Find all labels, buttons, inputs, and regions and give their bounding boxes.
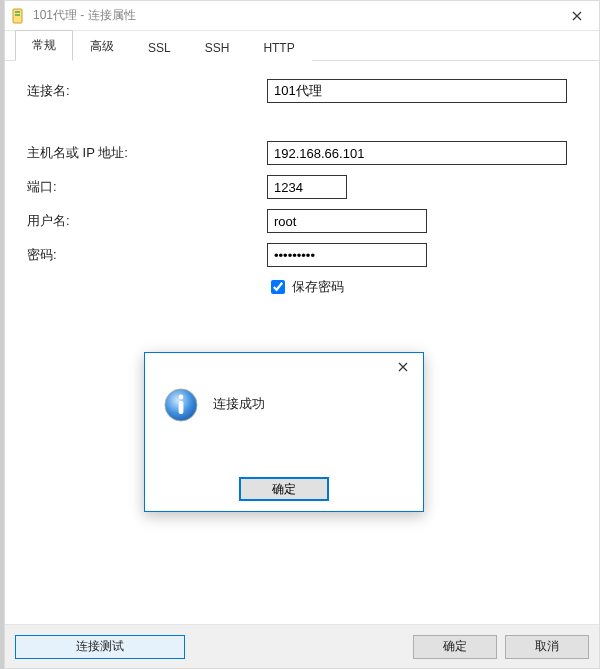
tab-http[interactable]: HTTP	[246, 34, 311, 61]
port-label: 端口:	[27, 178, 267, 196]
svg-rect-2	[15, 14, 20, 16]
message-dialog: 连接成功 确定	[144, 352, 424, 512]
port-input[interactable]	[267, 175, 347, 199]
dialog-ok-button[interactable]: 确定	[239, 477, 329, 501]
tab-general[interactable]: 常规	[15, 30, 73, 61]
save-password-checkbox[interactable]	[271, 280, 285, 294]
svg-point-4	[179, 395, 184, 400]
window-title: 101代理 - 连接属性	[33, 7, 554, 24]
app-icon	[11, 8, 27, 24]
test-connection-button[interactable]: 连接测试	[15, 635, 185, 659]
info-icon	[163, 387, 199, 423]
dialog-close-button[interactable]	[383, 353, 423, 381]
ok-button[interactable]: 确定	[413, 635, 497, 659]
save-password-label: 保存密码	[292, 278, 344, 296]
svg-rect-5	[179, 401, 184, 414]
form-area: 连接名: 主机名或 IP 地址: 端口: 用户名: 密码: 保存密码	[5, 61, 599, 624]
password-label: 密码:	[27, 246, 267, 264]
connection-name-label: 连接名:	[27, 82, 267, 100]
tab-advanced[interactable]: 高级	[73, 31, 131, 61]
password-input[interactable]	[267, 243, 427, 267]
user-input[interactable]	[267, 209, 427, 233]
tab-ssh[interactable]: SSH	[188, 34, 247, 61]
window-close-button[interactable]	[554, 1, 599, 31]
connection-properties-window: 101代理 - 连接属性 常规 高级 SSL SSH HTTP 连接名: 主机名…	[4, 0, 600, 669]
host-input[interactable]	[267, 141, 567, 165]
titlebar: 101代理 - 连接属性	[5, 1, 599, 31]
dialog-message: 连接成功	[213, 387, 265, 413]
dialog-titlebar	[145, 353, 423, 381]
button-bar: 连接测试 确定 取消	[5, 624, 599, 668]
connection-name-input[interactable]	[267, 79, 567, 103]
svg-rect-1	[15, 11, 20, 13]
user-label: 用户名:	[27, 212, 267, 230]
tab-ssl[interactable]: SSL	[131, 34, 188, 61]
cancel-button[interactable]: 取消	[505, 635, 589, 659]
tab-bar: 常规 高级 SSL SSH HTTP	[5, 31, 599, 61]
host-label: 主机名或 IP 地址:	[27, 144, 267, 162]
